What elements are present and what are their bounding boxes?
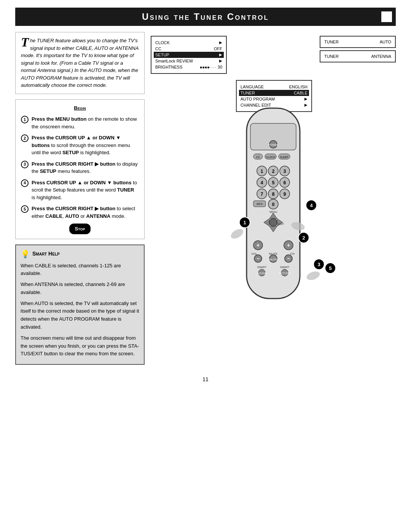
page-header: Using the Tuner Control <box>15 8 396 26</box>
menu-row-brightness: BRIGHTNESS ■■■■····· 30 <box>155 64 222 70</box>
step-num-4: 4 <box>21 179 29 187</box>
menu-label-brightness: BRIGHTNESS <box>155 65 183 69</box>
svg-text:1: 1 <box>243 220 246 225</box>
menu-label-cc: CC <box>155 46 161 51</box>
drop-cap: T <box>21 37 29 48</box>
menu-row-tuner: TUNER CABLE <box>239 90 309 96</box>
svg-text:PICTURE: PICTURE <box>279 272 291 275</box>
tuner-antenna-label: TUNER <box>324 54 339 59</box>
menu-label-clock: CLOCK <box>155 40 170 45</box>
stop-icon-area: Stop <box>21 224 139 234</box>
svg-text:POWER: POWER <box>268 144 278 146</box>
svg-text:4: 4 <box>310 203 313 208</box>
tuner-antenna-value: ANTENNA <box>371 54 391 59</box>
menus-column: CLOCK ▶ CC OFF SETUP ▶ SmartLock REVIEW … <box>151 32 312 112</box>
menu-value-autoprog: ▶ <box>304 97 307 101</box>
left-column: T he TUNER feature allows you to change … <box>15 32 145 365</box>
lightbulb-icon: 💡 <box>21 248 30 260</box>
intro-box: T he TUNER feature allows you to change … <box>15 32 145 94</box>
svg-text:MENU: MENU <box>269 211 277 213</box>
svg-text:3: 3 <box>284 169 286 174</box>
menu-label-smartlock: SmartLock REVIEW <box>155 59 193 63</box>
svg-text:SLEEP: SLEEP <box>280 156 289 158</box>
svg-text:2: 2 <box>302 235 305 241</box>
menu-value-language: ENGLISH <box>289 85 307 89</box>
menu-row-clock: CLOCK ▶ <box>155 40 222 46</box>
steps-box: Begin 1 Press the MENU button on the rem… <box>15 99 145 239</box>
menu-row-language: LANGUAGE ENGLISH <box>241 84 307 90</box>
svg-text:EXIT: EXIT <box>278 223 284 225</box>
remote-svg: POWER CC CLOCK SLEEP 1 2 3 <box>209 104 338 325</box>
header-box-icon <box>381 11 392 22</box>
stop-button: Stop <box>69 224 90 234</box>
step-num-3: 3 <box>21 161 29 168</box>
page-number: 11 <box>15 376 396 382</box>
svg-text:−: − <box>256 256 260 262</box>
svg-text:MUTE: MUTE <box>269 258 278 261</box>
menu-value-clock: ▶ <box>219 40 222 45</box>
main-layout: T he TUNER feature allows you to change … <box>15 32 396 365</box>
tuner-auto-row: TUNER AUTO <box>324 39 391 45</box>
svg-text:3: 3 <box>317 262 320 267</box>
svg-text:6: 6 <box>284 180 286 185</box>
top-right-section: CLOCK ▶ CC OFF SETUP ▶ SmartLock REVIEW … <box>151 32 396 112</box>
svg-text:8: 8 <box>272 192 275 197</box>
tuner-auto-label: TUNER <box>324 40 339 44</box>
svg-text:CC: CC <box>256 156 260 158</box>
step-3: 3 Press the CURSOR RIGHT ▶ button to dis… <box>21 160 139 175</box>
smart-help-p2: When ANTENNA is selected, channels 2-69 … <box>21 281 139 297</box>
svg-text:7: 7 <box>261 192 263 197</box>
smart-help-title: Smart Help <box>32 250 60 258</box>
svg-point-36 <box>269 219 277 226</box>
tuner-antenna-box: TUNER ANTENNA <box>320 50 396 62</box>
step-num-1: 1 <box>21 116 29 123</box>
smart-help-header: 💡 Smart Help <box>21 248 139 260</box>
svg-text:CLOCK: CLOCK <box>266 156 275 158</box>
onscreen-menu-box: CLOCK ▶ CC OFF SETUP ▶ SmartLock REVIEW … <box>151 36 227 74</box>
svg-text:1: 1 <box>261 169 263 174</box>
intro-text: he TUNER feature allows you to change th… <box>21 38 139 88</box>
svg-text:+: + <box>256 242 260 248</box>
svg-text:CH: CH <box>290 252 295 256</box>
smart-help-box: 💡 Smart Help When CABLE is selected, cha… <box>15 244 145 365</box>
svg-text:−: − <box>287 256 290 262</box>
step-text-2: Press the CURSOR UP ▲ or DOWN ▼ buttons … <box>32 134 139 157</box>
smart-help-text: When CABLE is selected, channels 1-125 a… <box>21 262 139 358</box>
svg-text:SMART: SMART <box>257 266 267 268</box>
state-column: TUNER AUTO TUNER ANTENNA <box>320 32 396 112</box>
menu-label-language: LANGUAGE <box>241 85 264 89</box>
right-column: CLOCK ▶ CC OFF SETUP ▶ SmartLock REVIEW … <box>151 32 396 365</box>
menu-row-setup: SETUP ▶ <box>154 52 224 58</box>
tuner-auto-value: AUTO <box>380 40 391 44</box>
step-5: 5 Press the CURSOR RIGHT ▶ button to sel… <box>21 205 139 220</box>
svg-text:2: 2 <box>272 169 275 174</box>
svg-text:A/Ch: A/Ch <box>256 203 263 205</box>
step-1: 1 Press the MENU button on the remote to… <box>21 115 139 130</box>
svg-text:4: 4 <box>261 180 263 185</box>
header-title: Using the Tuner Control <box>142 11 269 22</box>
svg-text:SOUND: SOUND <box>257 272 266 275</box>
menu-label-autoprog: AUTO PROGRAM <box>241 97 275 101</box>
step-text-1: Press the MENU button on the remote to s… <box>32 115 139 130</box>
svg-text:5: 5 <box>329 265 331 271</box>
step-text-3: Press the CURSOR RIGHT ▶ button to displ… <box>32 160 139 175</box>
step-4: 4 Press CURSOR UP ▲ or DOWN ▼ buttons to… <box>21 179 139 201</box>
step-text-4: Press CURSOR UP ▲ or DOWN ▼ buttons to s… <box>32 179 139 201</box>
menu-value-cc: OFF <box>214 46 222 51</box>
svg-point-68 <box>229 227 245 240</box>
svg-text:5: 5 <box>272 180 275 185</box>
step-num-5: 5 <box>21 205 29 213</box>
svg-text:SMART: SMART <box>280 266 290 268</box>
menu-label-tuner: TUNER <box>241 91 255 95</box>
step-text-5: Press the CURSOR RIGHT ▶ button to selec… <box>32 205 139 220</box>
svg-text:+: + <box>287 242 290 248</box>
smart-help-p3: When AUTO is selected, the TV will autom… <box>21 300 139 331</box>
smart-help-p4: The onscreen menu will time out and disa… <box>21 334 139 358</box>
smart-help-p1: When CABLE is selected, channels 1-125 a… <box>21 262 139 278</box>
menu-row-cc: CC OFF <box>155 46 222 52</box>
tuner-auto-box: TUNER AUTO <box>320 36 396 48</box>
menu-value-setup: ▶ <box>219 53 222 57</box>
step-num-2: 2 <box>21 134 29 142</box>
menu-row-smartlock: SmartLock REVIEW ▶ <box>155 58 222 64</box>
svg-text:0: 0 <box>272 202 275 207</box>
